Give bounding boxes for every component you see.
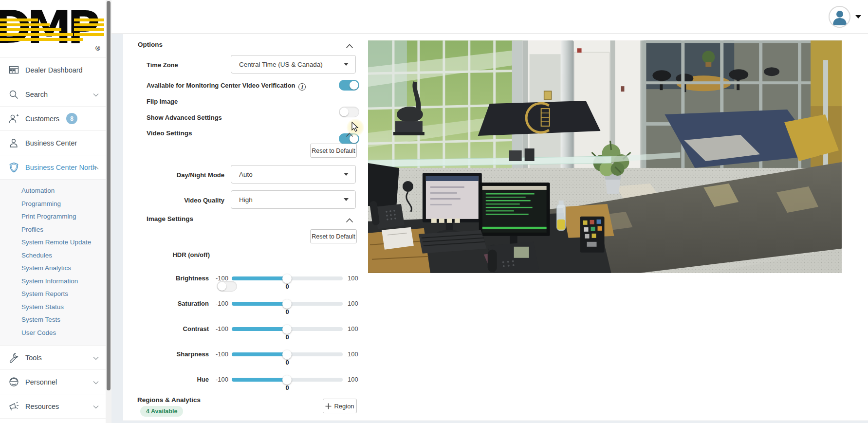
top-header-bar xyxy=(111,0,868,34)
add-region-button[interactable]: Region xyxy=(323,399,357,413)
add-region-label: Region xyxy=(334,403,354,410)
submenu-item-profiles[interactable]: Profiles xyxy=(0,223,106,237)
sidebar-item-dealer-dashboard[interactable]: Dealer Dashboard xyxy=(0,57,106,82)
shield-icon xyxy=(8,162,19,173)
submenu-item-system-remote-update[interactable]: System Remote Update xyxy=(0,236,106,249)
chevron-up-icon xyxy=(93,163,99,172)
sidebar-item-label: Search xyxy=(25,91,48,98)
sidebar-item-label: Dealer Dashboard xyxy=(25,66,83,74)
image-reset-default-button[interactable]: Reset to Default xyxy=(310,229,357,243)
dropdown-caret-icon xyxy=(344,173,349,176)
sidebar-item-tools[interactable]: Tools xyxy=(0,345,106,369)
sidebar-item-customers[interactable]: Customers 8 xyxy=(0,106,106,130)
toggle-knob xyxy=(340,108,349,116)
sidebar-item-label: Customers xyxy=(25,115,59,123)
options-collapse-chevron-icon[interactable] xyxy=(346,42,353,51)
brightness-value: 0 xyxy=(277,283,297,290)
contrast-slider[interactable] xyxy=(232,327,343,331)
brightness-max: 100 xyxy=(348,275,358,282)
sidebar-nav: DMP ® xyxy=(0,0,106,423)
sidebar-item-personnel[interactable]: Personnel xyxy=(0,369,106,394)
mouse-cursor-icon xyxy=(351,122,359,132)
sidebar-item-search[interactable]: Search xyxy=(0,82,106,106)
hue-slider[interactable] xyxy=(232,378,343,382)
slider-knob[interactable] xyxy=(282,274,292,283)
info-icon[interactable]: i xyxy=(298,83,306,91)
dashboard-icon xyxy=(8,64,19,76)
megaphone-icon xyxy=(8,401,19,412)
brightness-slider[interactable] xyxy=(232,276,343,280)
sidebar-item-label: Tools xyxy=(25,354,42,362)
sidebar-item-label: Business Center xyxy=(25,139,77,147)
image-settings-collapse-chevron-icon[interactable] xyxy=(346,216,353,225)
sidebar-item-business-center[interactable]: Business Center xyxy=(0,130,106,155)
sidebar-item-business-center-north[interactable]: Business Center North xyxy=(0,155,106,179)
hard-hat-icon xyxy=(8,376,19,388)
scrollbar-thumb[interactable] xyxy=(107,1,111,390)
search-icon xyxy=(8,89,19,100)
panel-divider xyxy=(123,421,868,421)
contrast-max: 100 xyxy=(348,325,358,332)
hue-label: Hue xyxy=(137,376,209,383)
contrast-value: 0 xyxy=(277,333,297,341)
vertical-scrollbar[interactable] xyxy=(106,0,111,423)
hue-max: 100 xyxy=(348,376,358,383)
sidebar-item-settings[interactable]: Settings xyxy=(0,418,106,423)
sidebar-item-label: Personnel xyxy=(25,378,57,386)
saturation-label: Saturation xyxy=(137,300,209,307)
video-settings-section-title: Video Settings xyxy=(147,129,192,137)
slider-knob[interactable] xyxy=(282,325,292,334)
hdr-toggle[interactable] xyxy=(217,281,237,292)
chevron-down-icon xyxy=(93,402,99,411)
contrast-label: Contrast xyxy=(137,325,209,332)
show-advanced-settings-label: Show Advanced Settings xyxy=(147,114,222,121)
sharpness-value: 0 xyxy=(277,359,297,366)
sidebar-item-label: Resources xyxy=(25,403,59,410)
dealer-admin-screen: DMP ® xyxy=(0,0,868,423)
user-icon xyxy=(831,9,848,25)
hue-value: 0 xyxy=(277,384,297,391)
camera-snapshot: Security camera snapshot of an office lo… xyxy=(368,40,842,273)
brightness-label: Brightness xyxy=(137,275,209,282)
submenu-item-user-codes[interactable]: User Codes xyxy=(0,327,106,340)
submenu-item-system-status[interactable]: System Status xyxy=(0,301,106,314)
slider-knob[interactable] xyxy=(282,375,292,385)
time-zone-select[interactable]: Central Time (US & Canada) xyxy=(231,55,356,74)
account-menu-caret-icon[interactable] xyxy=(855,15,861,18)
sharpness-slider[interactable] xyxy=(232,352,343,356)
day-night-mode-select[interactable]: Auto xyxy=(231,165,356,184)
time-zone-label: Time Zone xyxy=(147,61,178,69)
submenu-item-system-analytics[interactable]: System Analytics xyxy=(0,262,106,275)
flip-image-label: Flip Image xyxy=(147,98,178,105)
customers-icon xyxy=(8,113,19,125)
submenu-item-automation[interactable]: Automation xyxy=(0,184,106,198)
saturation-min: -100 xyxy=(211,300,228,307)
saturation-value: 0 xyxy=(277,308,297,315)
user-avatar[interactable] xyxy=(829,6,850,28)
video-reset-default-button[interactable]: Reset to Default xyxy=(310,144,357,158)
monitoring-verification-toggle[interactable] xyxy=(339,80,359,91)
dmp-logo-graphic: DMP ® xyxy=(0,0,106,55)
submenu-item-system-reports[interactable]: System Reports xyxy=(0,288,106,301)
contrast-min: -100 xyxy=(211,325,228,332)
plus-icon xyxy=(325,403,332,409)
slider-knob[interactable] xyxy=(282,299,292,309)
saturation-max: 100 xyxy=(348,300,358,307)
person-icon xyxy=(8,137,19,149)
flip-image-toggle[interactable] xyxy=(339,107,359,117)
submenu-item-schedules[interactable]: Schedules xyxy=(0,249,106,262)
video-quality-select[interactable]: High xyxy=(231,190,356,209)
chevron-down-icon xyxy=(93,90,99,99)
regions-available-badge: 4 Available xyxy=(140,406,183,417)
slider-knob[interactable] xyxy=(282,350,292,359)
sidebar-item-resources[interactable]: Resources xyxy=(0,394,106,418)
submenu-item-system-information[interactable]: System Information xyxy=(0,275,106,288)
saturation-slider[interactable] xyxy=(232,302,343,306)
image-settings-section-title: Image Settings xyxy=(147,215,193,222)
day-night-mode-label: Day/Night Mode xyxy=(137,171,224,179)
submenu-item-system-tests[interactable]: System Tests xyxy=(0,313,106,327)
submenu-item-programming[interactable]: Programming xyxy=(0,198,106,211)
chevron-down-icon xyxy=(93,353,99,362)
submenu-item-print-programming[interactable]: Print Programming xyxy=(0,210,106,223)
dmp-logo[interactable]: DMP ® xyxy=(0,0,106,57)
